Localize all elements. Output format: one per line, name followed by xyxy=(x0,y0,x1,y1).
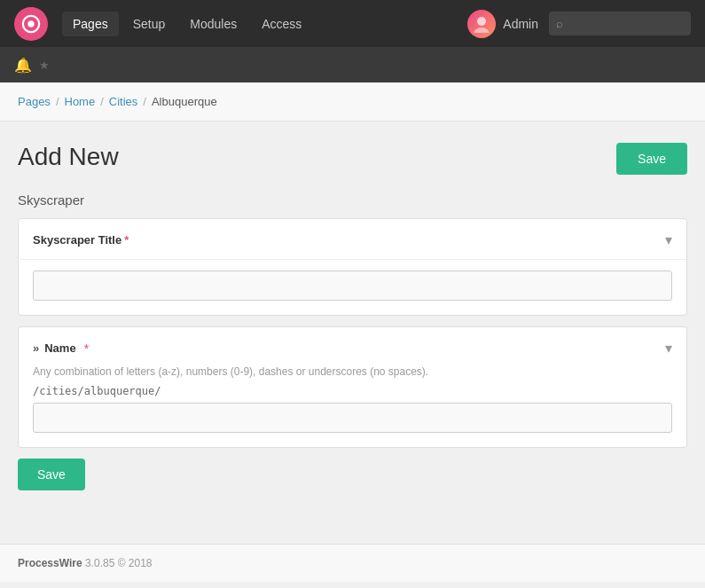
save-button-bottom[interactable]: Save xyxy=(18,459,85,490)
page-header: Add New Save xyxy=(18,143,687,175)
collapse-icon-name[interactable]: ▾ xyxy=(665,340,672,357)
footer-version: 3.0.85 © 2018 xyxy=(85,557,153,569)
svg-point-2 xyxy=(477,17,486,26)
nav-item-access[interactable]: Access xyxy=(251,12,312,36)
breadcrumb-sep-2: / xyxy=(100,95,104,108)
breadcrumb-current: Albuquerque xyxy=(152,95,217,108)
admin-label: Admin xyxy=(503,17,538,31)
skyscraper-title-header: Skyscraper Title* ▾ xyxy=(19,219,686,260)
skyscraper-title-body xyxy=(19,260,686,315)
svg-point-3 xyxy=(474,27,490,33)
name-field-label: Name xyxy=(44,341,75,355)
main-content: Add New Save Skyscraper Skyscraper Title… xyxy=(0,122,705,544)
breadcrumb-sep-3: / xyxy=(143,95,146,108)
bell-icon[interactable]: 🔔 xyxy=(14,57,32,74)
top-nav: Pages Setup Modules Access Admin ⌕ xyxy=(0,0,705,47)
sub-nav: 🔔 ★ xyxy=(0,47,705,82)
nav-items: Pages Setup Modules Access xyxy=(62,12,460,36)
logo[interactable] xyxy=(14,7,48,41)
footer: ProcessWire 3.0.85 © 2018 xyxy=(0,544,705,582)
collapse-icon-title[interactable]: ▾ xyxy=(665,231,672,248)
name-input[interactable] xyxy=(33,403,672,433)
name-path: /cities/albuquerque/ xyxy=(33,385,672,397)
search-input[interactable] xyxy=(549,12,691,35)
nav-item-pages[interactable]: Pages xyxy=(62,12,119,36)
skyscraper-title-card: Skyscraper Title* ▾ xyxy=(18,218,687,316)
breadcrumb-sep-1: / xyxy=(56,95,59,108)
nav-item-modules[interactable]: Modules xyxy=(179,12,247,36)
breadcrumb-pages[interactable]: Pages xyxy=(18,95,51,108)
breadcrumb-cities[interactable]: Cities xyxy=(109,95,138,108)
bottom-save-area: Save xyxy=(18,459,687,490)
svg-point-1 xyxy=(27,20,34,27)
page-title: Add New xyxy=(18,143,119,171)
search-wrapper: ⌕ xyxy=(549,12,691,35)
nav-right: Admin ⌕ xyxy=(467,10,691,38)
name-card: » Name * ▾ Any combination of letters (a… xyxy=(18,326,687,448)
name-hint: Any combination of letters (a-z), number… xyxy=(33,365,672,378)
breadcrumb-home[interactable]: Home xyxy=(65,95,96,108)
admin-badge: Admin xyxy=(467,10,538,38)
name-label-row: » Name * xyxy=(33,341,89,356)
chevrons-icon: » xyxy=(33,341,39,355)
footer-brand: ProcessWire xyxy=(18,557,82,569)
skyscraper-title-input[interactable] xyxy=(33,270,672,301)
section-title: Skyscraper xyxy=(18,192,687,208)
avatar xyxy=(467,10,496,38)
breadcrumb: Pages / Home / Cities / Albuquerque xyxy=(0,82,705,122)
save-button-top[interactable]: Save xyxy=(616,143,687,175)
required-star-name: * xyxy=(84,341,89,356)
nav-item-setup[interactable]: Setup xyxy=(122,12,176,36)
required-star-title: * xyxy=(124,233,129,247)
name-header: » Name * ▾ xyxy=(33,340,672,357)
sub-nav-star: ★ xyxy=(39,59,50,72)
skyscraper-title-label: Skyscraper Title* xyxy=(33,233,129,247)
